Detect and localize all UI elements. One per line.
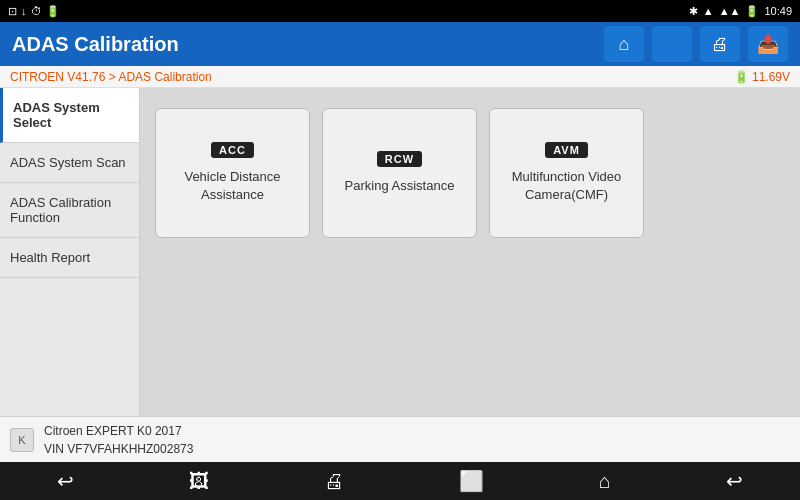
main-content: ADAS System Select ADAS System Scan ADAS… xyxy=(0,88,800,416)
vehicle-info: Citroen EXPERT K0 2017 VIN VF7VFAHKHHZ00… xyxy=(44,422,193,458)
status-right-icons: ✱ ▲ ▲▲ 🔋 10:49 xyxy=(689,5,792,18)
nav-bar: ↩ 🖼 🖨 ⬜ ⌂ ↩ xyxy=(0,462,800,500)
content-area: ACC Vehicle Distance Assistance RCW Park… xyxy=(140,88,800,416)
vehicle-line1: Citroen EXPERT K0 2017 xyxy=(44,422,193,440)
sidebar-item-adas-system-scan[interactable]: ADAS System Scan xyxy=(0,143,139,183)
sidebar-item-adas-calibration-function[interactable]: ADAS Calibration Function xyxy=(0,183,139,238)
battery-status-icon: 🔋 xyxy=(745,5,759,18)
breadcrumb: CITROEN V41.76 > ADAS Calibration 🔋 11.6… xyxy=(0,66,800,88)
sidebar-item-adas-system-select[interactable]: ADAS System Select xyxy=(0,88,139,143)
vehicle-line2: VIN VF7VFAHKHHZ002873 xyxy=(44,440,193,458)
nav-back-icon[interactable]: ↩ xyxy=(47,465,84,497)
breadcrumb-text: CITROEN V41.76 > ADAS Calibration xyxy=(10,70,212,84)
header-icons: ⌂ 👤 🖨 📤 xyxy=(604,26,788,62)
nav-home-icon[interactable]: ⌂ xyxy=(589,466,621,497)
card-acc[interactable]: ACC Vehicle Distance Assistance xyxy=(155,108,310,238)
sidebar-item-health-report[interactable]: Health Report xyxy=(0,238,139,278)
rcw-label: Parking Assistance xyxy=(345,177,455,195)
status-bar: ⊡ ↓ ⏱ 🔋 ✱ ▲ ▲▲ 🔋 10:49 xyxy=(0,0,800,22)
time-display: 10:49 xyxy=(764,5,792,17)
app-title: ADAS Calibration xyxy=(12,33,179,56)
sidebar: ADAS System Select ADAS System Scan ADAS… xyxy=(0,88,140,416)
wifi-icon: ▲ xyxy=(703,5,714,17)
status-icon-3: ⏱ xyxy=(31,5,42,17)
card-avm[interactable]: AVM Multifunction Video Camera(CMF) xyxy=(489,108,644,238)
info-bar: K Citroen EXPERT K0 2017 VIN VF7VFAHKHHZ… xyxy=(0,416,800,462)
home-button[interactable]: ⌂ xyxy=(604,26,644,62)
battery-icon: 🔋 xyxy=(734,70,749,84)
avm-label: Multifunction Video Camera(CMF) xyxy=(500,168,633,204)
rcw-badge: RCW xyxy=(377,151,422,167)
export-button[interactable]: 📤 xyxy=(748,26,788,62)
nav-gallery-icon[interactable]: 🖼 xyxy=(179,466,219,497)
status-icon-4: 🔋 xyxy=(46,5,60,18)
signal-icon: ▲▲ xyxy=(719,5,741,17)
acc-label: Vehicle Distance Assistance xyxy=(166,168,299,204)
status-icon-1: ⊡ xyxy=(8,5,17,18)
profile-button[interactable]: 👤 xyxy=(652,26,692,62)
header: ADAS Calibration ⌂ 👤 🖨 📤 xyxy=(0,22,800,66)
acc-badge: ACC xyxy=(211,142,254,158)
collapse-button[interactable]: K xyxy=(10,428,34,452)
bluetooth-icon: ✱ xyxy=(689,5,698,18)
status-icon-2: ↓ xyxy=(21,5,27,17)
nav-print-icon[interactable]: 🖨 xyxy=(314,466,354,497)
card-rcw[interactable]: RCW Parking Assistance xyxy=(322,108,477,238)
print-button[interactable]: 🖨 xyxy=(700,26,740,62)
status-left-icons: ⊡ ↓ ⏱ 🔋 xyxy=(8,5,60,18)
voltage-display: 🔋 11.69V xyxy=(734,70,790,84)
nav-square-icon[interactable]: ⬜ xyxy=(449,465,494,497)
avm-badge: AVM xyxy=(545,142,588,158)
system-cards-row: ACC Vehicle Distance Assistance RCW Park… xyxy=(155,108,785,238)
nav-return-icon[interactable]: ↩ xyxy=(716,465,753,497)
